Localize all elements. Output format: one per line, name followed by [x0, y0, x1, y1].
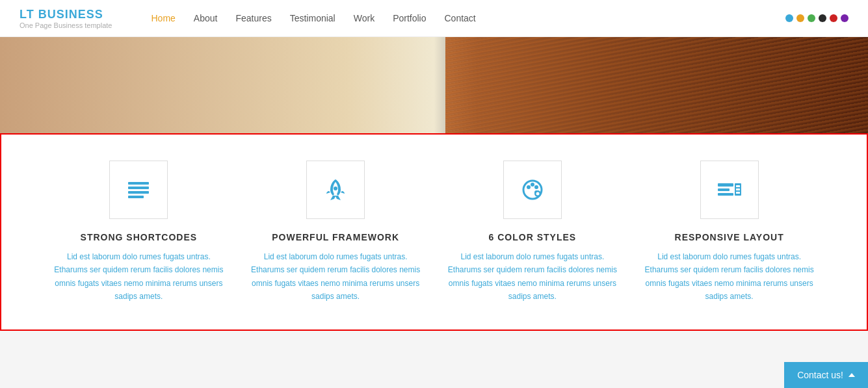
colors-title: 6 COLOR STYLES	[489, 232, 577, 242]
responsive-icon-box	[700, 161, 759, 219]
contact-us-button[interactable]: Contact us!	[784, 362, 868, 370]
list-icon	[125, 177, 151, 203]
dot-green[interactable]	[808, 14, 815, 22]
dot-blue[interactable]	[785, 14, 793, 22]
brand: LT BUSINESS One Page Business template	[20, 8, 112, 29]
nav-about[interactable]: About	[194, 13, 218, 23]
svg-rect-2	[128, 191, 149, 194]
framework-title: POWERFUL FRAMEWORK	[272, 232, 399, 242]
nav-features[interactable]: Features	[235, 13, 271, 23]
main-nav: Home About Features Testimonial Work Por…	[151, 13, 785, 23]
nav-testimonial[interactable]: Testimonial	[290, 13, 335, 23]
framework-desc: Lid est laborum dolo rumes fugats untras…	[250, 250, 421, 304]
feature-shortcodes: STRONG SHORTCODES Lid est laborum dolo r…	[40, 154, 237, 310]
framework-icon-box	[306, 161, 365, 219]
svg-point-7	[531, 183, 534, 187]
responsive-desc: Lid est laborum dolo rumes fugats untras…	[644, 250, 815, 304]
colors-icon-box	[503, 161, 562, 219]
svg-rect-1	[128, 187, 149, 189]
responsive-title: RESPONSIVE LAYOUT	[675, 232, 784, 242]
svg-point-6	[527, 185, 531, 189]
svg-rect-0	[128, 182, 149, 185]
header: LT BUSINESS One Page Business template H…	[0, 0, 868, 37]
svg-rect-17	[736, 188, 740, 190]
svg-rect-16	[736, 185, 740, 187]
color-theme-dots	[785, 14, 848, 22]
feature-responsive: RESPONSIVE LAYOUT Lid est laborum dolo r…	[631, 154, 828, 310]
svg-point-11	[536, 192, 539, 196]
gap-section	[0, 331, 868, 370]
nav-home[interactable]: Home	[151, 13, 175, 23]
layout-icon	[717, 177, 743, 203]
shortcodes-title: STRONG SHORTCODES	[81, 232, 198, 242]
dot-dark[interactable]	[819, 14, 826, 22]
svg-point-8	[534, 185, 538, 189]
hero-image	[0, 37, 868, 133]
feature-framework: POWERFUL FRAMEWORK Lid est laborum dolo …	[237, 154, 434, 310]
shortcodes-icon-box	[109, 161, 168, 219]
dot-yellow[interactable]	[796, 14, 804, 22]
svg-rect-14	[718, 193, 733, 196]
svg-rect-18	[736, 192, 740, 194]
svg-point-4	[334, 187, 337, 190]
hero-hair-texture	[445, 37, 868, 133]
dot-red[interactable]	[830, 14, 837, 22]
svg-rect-12	[718, 183, 733, 187]
nav-work[interactable]: Work	[354, 13, 375, 23]
shortcodes-desc: Lid est laborum dolo rumes fugats untras…	[53, 250, 224, 304]
colors-desc: Lid est laborum dolo rumes fugats untras…	[447, 250, 618, 304]
brand-subtitle: One Page Business template	[20, 21, 112, 29]
features-section: STRONG SHORTCODES Lid est laborum dolo r…	[0, 133, 868, 331]
features-grid: STRONG SHORTCODES Lid est laborum dolo r…	[40, 154, 828, 310]
nav-portfolio[interactable]: Portfolio	[393, 13, 426, 23]
svg-rect-13	[718, 188, 730, 191]
svg-rect-3	[128, 196, 144, 198]
nav-contact[interactable]: Contact	[445, 13, 476, 23]
palette-icon	[519, 177, 546, 203]
brand-title: LT BUSINESS	[20, 8, 112, 21]
dot-purple[interactable]	[841, 14, 848, 22]
feature-colors: 6 COLOR STYLES Lid est laborum dolo rume…	[434, 154, 631, 310]
rocket-icon	[322, 177, 349, 203]
